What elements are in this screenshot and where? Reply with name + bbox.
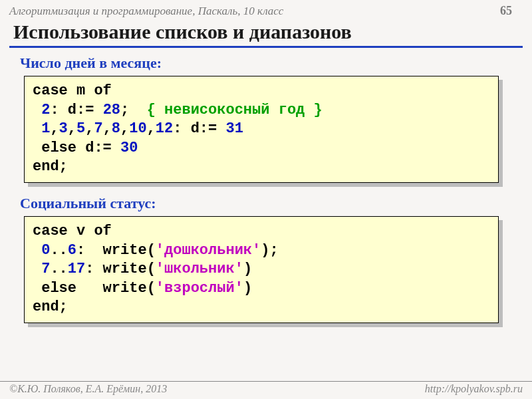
code-string: 'дошкольник' xyxy=(156,242,261,259)
code-text: ) xyxy=(243,261,252,277)
section2-label: Социальный статус: xyxy=(20,195,532,212)
code-text: : write( xyxy=(85,261,156,277)
slide-footer: ©К.Ю. Поляков, Е.А. Ерёмин, 2013 http://… xyxy=(0,381,532,399)
code-number: 10 xyxy=(129,120,146,137)
slide-title: Использование списков и диапазонов xyxy=(0,19,532,45)
code-number: 12 xyxy=(156,120,173,137)
code-text: , xyxy=(147,120,156,137)
code-box-2: case v of 0..6: write('дошкольник'); 7..… xyxy=(24,216,499,323)
code-text: , xyxy=(68,120,76,137)
code-number: 0 xyxy=(41,242,50,259)
code-number: 7 xyxy=(94,120,102,137)
code-text: : d:= xyxy=(173,120,225,137)
code-string: 'взрослый' xyxy=(156,280,243,297)
code-text xyxy=(33,102,41,118)
code-number: 2 xyxy=(41,102,50,118)
code-box-1: case m of 2: d:= 28; { невисокосный год … xyxy=(24,76,499,183)
code-text: end; xyxy=(33,299,68,315)
code-text: : write( xyxy=(76,242,156,259)
code-text: .. xyxy=(50,242,67,259)
code-block-2: case v of 0..6: write('дошкольник'); 7..… xyxy=(24,216,499,323)
code-string: 'школьник' xyxy=(156,261,243,277)
code-number: 1 xyxy=(41,120,50,137)
slide-header: Алгоритмизация и программирование, Паска… xyxy=(0,0,532,18)
code-text: case m of xyxy=(33,82,112,99)
title-underline xyxy=(9,46,523,48)
code-number: 5 xyxy=(76,120,85,137)
footer-copyright: ©К.Ю. Поляков, Е.А. Ерёмин, 2013 xyxy=(9,383,167,395)
code-text: , xyxy=(50,120,59,137)
code-text: , xyxy=(85,120,94,137)
code-text: ) xyxy=(243,280,252,297)
code-text: , xyxy=(103,120,112,137)
code-number: 31 xyxy=(225,120,243,137)
code-text: case v of xyxy=(33,223,112,239)
code-text: .. xyxy=(50,261,67,277)
code-number: 28 xyxy=(103,102,120,118)
code-text: else d:= xyxy=(33,140,120,156)
header-course: Алгоритмизация и программирование, Паска… xyxy=(9,5,283,18)
code-text xyxy=(33,261,41,277)
page-number: 65 xyxy=(500,4,512,18)
footer-url: http://kpolyakov.spb.ru xyxy=(425,383,523,395)
code-text xyxy=(33,120,41,137)
code-number: 6 xyxy=(68,242,76,259)
code-text: , xyxy=(120,120,129,137)
section1-label: Число дней в месяце: xyxy=(20,55,532,72)
code-text xyxy=(33,242,41,259)
code-text: ; xyxy=(120,102,147,118)
code-comment: { невисокосный год } xyxy=(147,102,323,118)
code-number: 3 xyxy=(59,120,68,137)
code-text: : d:= xyxy=(50,102,102,118)
code-text: end; xyxy=(33,158,68,175)
code-number: 8 xyxy=(112,120,120,137)
code-block-1: case m of 2: d:= 28; { невисокосный год … xyxy=(24,76,499,183)
code-number: 17 xyxy=(68,261,85,277)
code-text: else write( xyxy=(33,280,156,297)
code-text: ); xyxy=(261,242,278,259)
code-number: 30 xyxy=(120,140,138,156)
code-number: 7 xyxy=(41,261,50,277)
